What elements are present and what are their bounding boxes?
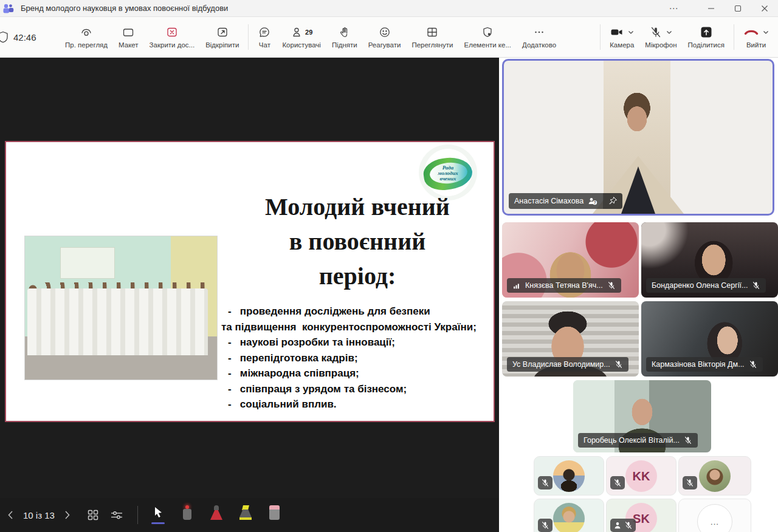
next-slide-button[interactable]: [64, 510, 71, 520]
cursor-tool-button[interactable]: [151, 506, 165, 524]
mute-badge: [538, 476, 553, 489]
chevron-down-icon[interactable]: [628, 30, 634, 35]
participant-name: Князєва Тетяна В'яч...: [525, 281, 603, 290]
bullet-item: та підвищення конкурентоспроможності Укр…: [221, 319, 492, 335]
leave-label: Вийти: [746, 41, 766, 49]
audio-tile[interactable]: SK: [606, 499, 676, 532]
microphone-label: Мікрофон: [645, 41, 676, 49]
share-button[interactable]: Поділитися: [683, 20, 730, 54]
bullet-item: - проведення досліджень для безпеки: [221, 304, 492, 319]
mic-off-icon: [686, 479, 694, 487]
video-tile-active-speaker[interactable]: Анастасія Сімахова: [502, 59, 774, 216]
chevron-down-icon[interactable]: [666, 30, 672, 35]
slide-title-line: період:: [236, 259, 479, 293]
slide-title-line: Молодий вчений: [236, 189, 479, 224]
eraser-tool-icon: [269, 505, 280, 520]
participant-nameplate: Ус Владислав Володимир...: [507, 357, 628, 372]
leave-button[interactable]: Вийти: [738, 20, 774, 54]
photo-detail: [60, 247, 115, 279]
participant-nameplate: Анастасія Сімахова: [509, 193, 622, 209]
meeting-toolbar: 42:46 Пр. перегляд Макет Закрити дос... …: [0, 17, 778, 58]
meeting-title: Бренд молодого науковця в умовах повоєнн…: [21, 4, 228, 13]
avatar: [553, 503, 585, 532]
stop-sharing-button[interactable]: Закрити дос...: [144, 20, 201, 54]
participant-nameplate: Князєва Тетяна В'яч...: [507, 278, 621, 293]
audio-tile[interactable]: [534, 456, 604, 496]
pin-button[interactable]: [603, 193, 622, 209]
grid-window-icon: [425, 26, 439, 39]
mic-off-icon: [749, 360, 757, 369]
chat-label: Чат: [259, 41, 270, 49]
video-tile[interactable]: Кармазінова Вікторія Дм...: [641, 301, 778, 377]
slide-photo: [24, 236, 218, 380]
microphone-button[interactable]: Мікрофон: [639, 20, 682, 54]
avatar-initials: KK: [625, 460, 657, 492]
video-tile[interactable]: Князєва Тетяна В'яч...: [502, 222, 639, 298]
chevron-down-icon[interactable]: [763, 30, 769, 35]
highlighter-tool-button[interactable]: [239, 505, 252, 525]
view-button[interactable]: Переглянути: [406, 20, 458, 54]
more-actions-button[interactable]: Додатково: [517, 20, 562, 54]
unpin-button[interactable]: Відкріпити: [200, 20, 244, 54]
audio-tile[interactable]: [678, 456, 751, 496]
meeting-controls-button[interactable]: Елементи ке...: [459, 20, 517, 54]
slide-title: Молодий вчений в повоєнний період:: [236, 189, 479, 293]
mic-off-icon: [614, 360, 623, 369]
popout-icon: [216, 26, 229, 39]
bullet-item: - перепідготовка кадрів;: [221, 350, 492, 366]
meeting-controls-label: Елементи ке...: [464, 41, 511, 49]
close-content-icon: [165, 26, 179, 39]
meeting-timer: 42:46: [13, 32, 36, 43]
pen-tool-button[interactable]: [210, 505, 223, 525]
audio-tile[interactable]: [534, 499, 604, 532]
mic-off-icon: [624, 521, 633, 530]
bullet-item: - співпраця з урядом та бізнесом;: [221, 381, 492, 397]
more-actions-label: Додатково: [522, 41, 556, 49]
video-tile[interactable]: Ус Владислав Володимир...: [502, 301, 639, 377]
video-tile[interactable]: Бондаренко Олена Сергії...: [641, 222, 778, 298]
mic-off-icon: [684, 436, 692, 445]
raise-hand-icon: [338, 26, 351, 39]
participant-name: Бондаренко Олена Сергії...: [652, 281, 748, 290]
pin-icon: [608, 196, 618, 206]
bullet-item: - соціальний вплив.: [221, 397, 492, 412]
laser-tool-button[interactable]: [181, 505, 194, 525]
presenter-view-button[interactable]: Пр. перегляд: [60, 20, 113, 54]
people-icon: [291, 26, 304, 39]
audio-bars-icon: [512, 281, 521, 290]
video-tile[interactable]: Горобець Олексій Віталій...: [573, 380, 711, 452]
participants-button[interactable]: 29 Користувачі: [277, 20, 326, 54]
slide-grid-view-button[interactable]: [86, 508, 100, 522]
mic-off-icon: [613, 479, 622, 487]
more-participants-indicator: ...: [697, 504, 732, 532]
audio-tile[interactable]: KK: [606, 456, 676, 496]
maximize-button[interactable]: [725, 0, 751, 17]
slide-settings-button[interactable]: [109, 508, 124, 522]
eraser-tool-button[interactable]: [268, 505, 281, 525]
layout-label: Макет: [119, 41, 139, 49]
mute-badge: [610, 476, 625, 489]
avatar: [699, 460, 731, 492]
attendee-mute-badge: [610, 519, 636, 532]
share-label: Поділитися: [688, 41, 725, 49]
previous-slide-button[interactable]: [7, 510, 13, 520]
laser-tool-icon: [181, 505, 194, 520]
bullet-item: - наукові розробки та інновації;: [221, 335, 492, 350]
minimize-button[interactable]: [698, 0, 725, 17]
mic-off-icon: [541, 479, 549, 487]
camera-label: Камера: [610, 41, 634, 49]
pen-tool-icon: [210, 505, 223, 520]
toolbar-divider: [248, 24, 249, 50]
mic-off-icon: [607, 281, 616, 290]
camera-button[interactable]: Камера: [604, 20, 639, 54]
chat-button[interactable]: Чат: [252, 20, 277, 54]
react-button[interactable]: Реагувати: [363, 20, 407, 54]
mic-off-icon: [541, 521, 549, 530]
raise-hand-button[interactable]: Підняти: [326, 20, 363, 54]
layout-button[interactable]: Макет: [113, 20, 144, 54]
overflow-tile[interactable]: ...: [678, 499, 751, 532]
participant-nameplate: Горобець Олексій Віталій...: [578, 433, 698, 448]
titlebar-more-button[interactable]: ⋯: [660, 3, 687, 14]
close-button[interactable]: [751, 0, 778, 17]
react-label: Реагувати: [368, 41, 401, 49]
